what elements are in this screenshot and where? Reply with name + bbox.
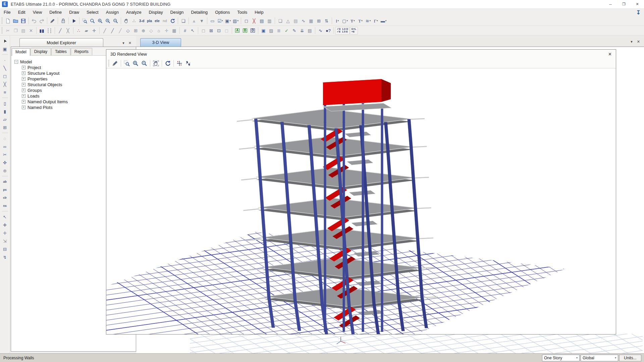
default-load-combos[interactable]: ✓D 1.0 D✓E 1.5 E xyxy=(335,27,350,35)
menu-draw[interactable]: Draw xyxy=(65,9,83,16)
model-explorer-tab[interactable]: Model Explorer xyxy=(19,38,103,47)
explorer-menu-icon[interactable]: ▾ xyxy=(122,41,124,45)
tree-expander-icon[interactable]: + xyxy=(22,94,25,98)
assign-loads[interactable]: ⇊ xyxy=(298,27,306,35)
edit-joints[interactable]: ∴ xyxy=(75,27,83,35)
select-poly[interactable]: ◻ xyxy=(223,27,230,35)
moment-diagram[interactable]: ∿ xyxy=(300,17,307,25)
interactive-database[interactable]: ▮▮ xyxy=(38,27,46,35)
display-option-a[interactable]: A xyxy=(233,27,241,35)
view-3d[interactable]: 3-d xyxy=(138,17,146,25)
show-labels[interactable]: ab xyxy=(1,178,9,186)
explorer-tab-tables[interactable]: Tables xyxy=(51,48,70,55)
view-plan[interactable]: pla xyxy=(146,17,153,25)
draw-links[interactable]: ∞ xyxy=(1,142,9,150)
quick-draw-frame[interactable]: ◻ xyxy=(1,72,9,80)
toolbar-grip[interactable] xyxy=(1,27,3,34)
menu-tools[interactable]: Tools xyxy=(233,9,251,16)
merge-areas[interactable]: ◇ xyxy=(147,27,155,35)
select-window[interactable]: ◻ xyxy=(243,17,250,25)
rendered-move-joints[interactable] xyxy=(175,59,184,68)
edit-areas[interactable]: ▰ xyxy=(83,27,90,35)
explorer-tab-display[interactable]: Display xyxy=(31,48,51,55)
object-shrink-toggle[interactable]: ▭ xyxy=(209,17,216,25)
rubber-band-zoom[interactable] xyxy=(81,17,89,25)
divide-frames[interactable]: ◇ xyxy=(124,27,132,35)
zoom-out[interactable] xyxy=(112,17,119,25)
draw-wall[interactable]: ▯ xyxy=(1,99,9,107)
offset-objects[interactable]: ✛ xyxy=(163,27,170,35)
explorer-close-icon[interactable]: ✕ xyxy=(128,41,131,45)
tab-3d-view[interactable]: 3-D View xyxy=(140,38,181,47)
menu-assign[interactable]: Assign xyxy=(102,9,122,16)
delete[interactable]: ✕ xyxy=(27,27,35,35)
snap-fine-grid[interactable]: ↯ xyxy=(1,253,9,261)
elevation-view-list[interactable]: ▤ xyxy=(258,17,266,25)
rendered-rubber-band-zoom[interactable] xyxy=(122,59,131,68)
restore-full-view[interactable] xyxy=(89,17,96,25)
move-up-story[interactable]: ▲ xyxy=(190,17,198,25)
open-model[interactable] xyxy=(12,17,19,25)
orbit-view[interactable]: ∴ xyxy=(130,17,138,25)
select-pointer[interactable]: ➤ xyxy=(1,37,9,45)
snap-to-intersections[interactable]: ✚ xyxy=(1,221,9,229)
check-model[interactable]: ✓ xyxy=(283,27,290,35)
paste[interactable]: ▤ xyxy=(19,27,27,35)
menu-design[interactable]: Design xyxy=(167,9,187,16)
table-edit[interactable]: ⊡ xyxy=(215,27,223,35)
tree-expander-icon[interactable]: − xyxy=(14,60,18,64)
menu-analyze[interactable]: Analyze xyxy=(122,9,145,16)
rendered-walkthrough[interactable] xyxy=(184,59,193,68)
draw-link[interactable]: ╱ xyxy=(56,27,64,35)
show-wall-results[interactable]: ▨ xyxy=(267,27,275,35)
story-view-list[interactable]: ▥ xyxy=(266,17,273,25)
extrude-objects[interactable]: ⌂ xyxy=(155,27,163,35)
snap-to-midpoints[interactable]: ✛ xyxy=(1,229,9,237)
toolbar-grip[interactable] xyxy=(1,17,3,24)
rendered-rotate[interactable] xyxy=(163,59,172,68)
assign-display[interactable]: ▣▾ xyxy=(224,17,232,25)
display-option-d[interactable]: D xyxy=(249,27,257,35)
units-button[interactable]: Units... xyxy=(619,355,641,361)
undo[interactable] xyxy=(30,17,38,25)
tree-expander-icon[interactable]: + xyxy=(22,88,25,92)
draw-reference-point[interactable]: ⊕ xyxy=(1,167,9,175)
draw-floor[interactable]: ▱ xyxy=(1,115,9,123)
quick-draw-braces[interactable]: ╳ xyxy=(1,80,9,88)
menu-file[interactable]: File xyxy=(0,9,14,16)
measure-tool[interactable]: ▤ xyxy=(292,17,300,25)
tree-expander-icon[interactable]: + xyxy=(22,77,25,81)
previous-zoom[interactable] xyxy=(96,17,104,25)
menu-display[interactable]: Display xyxy=(145,9,167,16)
swap-views[interactable]: ⇅ xyxy=(323,17,330,25)
quick-draw-floor[interactable]: ⊞ xyxy=(1,123,9,131)
quick-draw-secondary-beams[interactable]: ≡ xyxy=(1,88,9,96)
clear-selection[interactable]: ╳ xyxy=(250,17,258,25)
response-spectrum[interactable]: ∿ xyxy=(317,27,324,35)
redo[interactable] xyxy=(38,17,46,25)
window-layout[interactable]: ❏ xyxy=(276,17,284,25)
tree-expander-icon[interactable]: + xyxy=(22,83,25,86)
clear-display[interactable]: clr xyxy=(1,194,9,202)
download-icon[interactable]: ↧ xyxy=(636,9,641,16)
tree-expander-icon[interactable]: + xyxy=(22,106,25,109)
menu-edit[interactable]: Edit xyxy=(14,9,29,16)
menu-select[interactable]: Select xyxy=(83,9,102,16)
story-selector[interactable]: One Story ▾ xyxy=(542,355,580,361)
concrete-frame-design[interactable]: ▢▾ xyxy=(341,17,349,25)
picture-grid[interactable]: ▦ xyxy=(307,17,315,25)
run-analysis[interactable] xyxy=(70,17,78,25)
tree-expander-icon[interactable]: + xyxy=(22,100,25,104)
draw-joint[interactable]: ∙ xyxy=(1,56,9,64)
menu-view[interactable]: View xyxy=(29,9,46,16)
rotate-3d-view[interactable] xyxy=(169,17,176,25)
composite-beam-design[interactable]: Ŧ▾ xyxy=(349,17,357,25)
snap-to-lines[interactable]: ⊟ xyxy=(1,245,9,253)
show-hinges[interactable]: ┆┆ xyxy=(46,27,53,35)
section-cut[interactable]: ⊞ xyxy=(315,17,323,25)
toolbar-grip[interactable] xyxy=(108,60,109,67)
trim-frames[interactable]: ╱ xyxy=(101,27,109,35)
previous-selection[interactable]: ps xyxy=(1,186,9,194)
rendered-view-titlebar[interactable]: 3D Rendered View ✕ xyxy=(106,50,616,59)
wall-assignments[interactable]: ▤ xyxy=(306,27,314,35)
